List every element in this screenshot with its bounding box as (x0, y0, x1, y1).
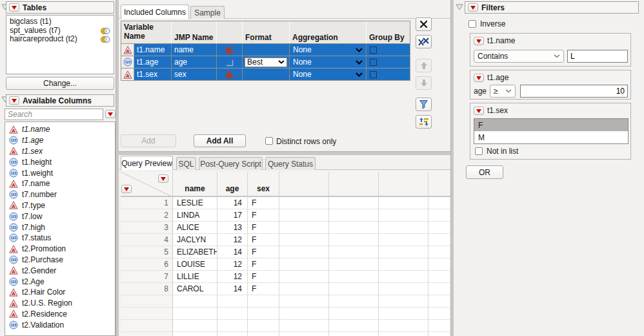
inverse-checkbox[interactable] (468, 20, 476, 28)
change-tables-button[interactable]: Change... (6, 77, 114, 90)
or-button[interactable]: OR (466, 165, 503, 179)
available-columns-list: At1.name 123t1.age At1.sex 123t1.height … (5, 121, 116, 336)
list-item[interactable]: 123t1.weight (5, 167, 115, 178)
distinct-rows-checkbox[interactable] (265, 137, 273, 145)
available-columns-header: Available Columns (6, 94, 114, 107)
list-item[interactable]: M (474, 131, 628, 143)
jmp-name[interactable]: age (172, 56, 217, 68)
list-item[interactable]: 123t7.status (5, 233, 115, 244)
column-label: t2.Validation (22, 320, 64, 330)
list-item[interactable]: At2.Promotion (5, 244, 115, 255)
add-all-button[interactable]: Add All (194, 134, 246, 147)
table-label: haircareproduct (t2) (10, 35, 100, 44)
list-item[interactable]: 123t2.Age (5, 276, 115, 287)
list-item[interactable]: 123t7.low (5, 211, 115, 222)
tab-sample[interactable]: Sample (190, 6, 225, 19)
list-item[interactable]: 123t7.number (5, 189, 115, 200)
add-button[interactable]: Add (121, 134, 176, 147)
aggregation-select[interactable]: None (290, 56, 367, 68)
table-row[interactable]: A t1.sex sex None (121, 68, 410, 80)
red-triangle-menu-icon[interactable] (9, 3, 19, 12)
list-item[interactable]: haircareproduct (t2) (6, 35, 114, 44)
format-select[interactable]: Best (243, 56, 290, 68)
not-in-list-checkbox[interactable] (475, 147, 483, 155)
list-item[interactable]: At7.type (5, 200, 115, 211)
list-item[interactable]: 123t1.height (5, 156, 115, 167)
numeric-type-icon: 123 (9, 277, 18, 286)
remove-column-button[interactable] (416, 17, 432, 31)
table-row[interactable]: A t1.name name None (121, 43, 410, 56)
tab-post-query-script[interactable]: Post-Query Script (199, 157, 263, 170)
red-triangle-menu-icon[interactable] (474, 107, 484, 115)
distribution-bars-icon[interactable] (217, 44, 243, 56)
list-item[interactable]: F (474, 119, 628, 131)
format-cell[interactable] (243, 44, 290, 56)
list-item[interactable]: At2.Residence (5, 309, 115, 320)
red-triangle-menu-icon[interactable] (474, 37, 484, 45)
name-filter-value-input[interactable] (567, 50, 628, 63)
column-header[interactable]: sex (248, 172, 279, 197)
character-type-icon: A (9, 147, 18, 155)
column-header[interactable]: name (173, 172, 217, 197)
search-input[interactable] (5, 109, 103, 120)
column-label: t1.weight (22, 169, 53, 178)
tab-query-status[interactable]: Query Status (265, 157, 316, 170)
format-cell[interactable] (243, 68, 290, 80)
table-row (121, 295, 450, 308)
list-item[interactable]: bigclass (t1) (6, 17, 114, 26)
remove-all-columns-button[interactable] (416, 35, 432, 48)
table-row: 2 LINDA 17 F (121, 209, 450, 222)
sort-button[interactable] (416, 115, 432, 129)
red-triangle-menu-icon[interactable] (468, 3, 478, 12)
list-item[interactable]: spt_values (t7) (6, 26, 114, 36)
join-venn-icon[interactable] (100, 27, 110, 35)
continuous-type-icon[interactable] (217, 56, 243, 68)
distribution-bars-icon[interactable] (217, 68, 243, 80)
column-label: t2.Promotion (22, 244, 66, 253)
group-by-checkbox[interactable] (367, 68, 410, 80)
option-label: F (478, 121, 483, 130)
name-operator-select[interactable]: Contains (474, 50, 564, 63)
cell-sex: F (248, 222, 279, 234)
list-item[interactable]: At1.sex (5, 146, 115, 157)
move-down-button[interactable] (416, 76, 432, 90)
table-row (121, 308, 450, 320)
column-label: t7.type (22, 201, 45, 210)
column-header[interactable]: age (217, 172, 248, 197)
move-up-button[interactable] (416, 59, 432, 72)
filter-button[interactable] (416, 98, 432, 111)
included-columns-table: Variable Name JMP Name Format Aggregatio… (121, 21, 410, 81)
collapse-triangle-icon[interactable] (456, 4, 463, 10)
list-item[interactable]: At2.U.S. Region (5, 298, 115, 309)
search-menu-icon[interactable] (105, 110, 116, 118)
tab-query-preview[interactable]: Query Preview (121, 156, 173, 170)
jmp-name[interactable]: name (172, 44, 217, 56)
panel-splitter[interactable] (450, 0, 454, 336)
group-by-checkbox[interactable] (367, 56, 410, 68)
group-by-checkbox[interactable] (367, 44, 410, 56)
list-item[interactable]: At2.Hair Color (5, 287, 115, 298)
list-item[interactable]: At2.Gender (5, 265, 115, 276)
columns-menu-icon[interactable] (158, 174, 168, 183)
numeric-type-icon: 123 (9, 158, 18, 167)
red-triangle-menu-icon[interactable] (9, 96, 19, 105)
list-item[interactable]: At1.name (5, 124, 115, 135)
list-item[interactable]: 123t1.age (5, 135, 115, 146)
aggregation-select[interactable]: None (290, 44, 367, 56)
list-item[interactable]: 123t7.high (5, 222, 115, 233)
name-filter-card: t1.name Contains (470, 33, 631, 67)
age-operator-select[interactable]: ≥ (490, 85, 516, 98)
jmp-name[interactable]: sex (172, 68, 217, 80)
red-triangle-menu-icon[interactable] (474, 74, 484, 82)
list-item[interactable]: 123t2.Validation (5, 319, 115, 330)
join-venn-icon[interactable] (100, 36, 110, 43)
tab-sql[interactable]: SQL (176, 157, 196, 170)
list-item[interactable]: 123t2.Purchase (5, 255, 115, 266)
table-row[interactable]: 123 t1.age age Best None (121, 56, 410, 68)
tab-included-columns[interactable]: Included Columns (121, 5, 189, 19)
rows-menu-icon[interactable] (121, 185, 132, 193)
cell-name: ELIZABETH (173, 246, 217, 258)
aggregation-select[interactable]: None (290, 68, 367, 80)
list-item[interactable]: At7.name (5, 178, 115, 189)
age-filter-value-input[interactable] (520, 85, 628, 98)
